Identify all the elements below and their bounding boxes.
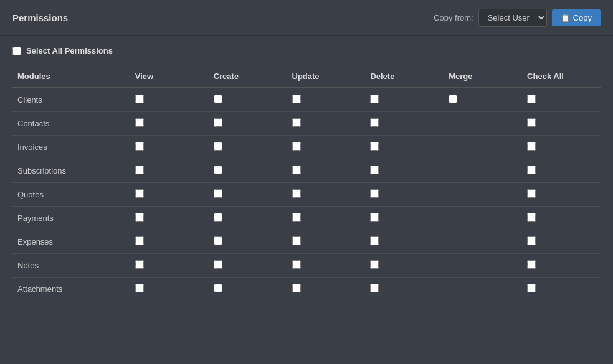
checkbox-view[interactable] — [135, 236, 144, 245]
copy-from-label: Copy from: — [434, 13, 473, 22]
checkbox-update[interactable] — [292, 142, 301, 151]
cell-merge — [444, 88, 522, 112]
checkbox-update[interactable] — [292, 260, 301, 269]
checkbox-view[interactable] — [135, 284, 144, 292]
cell-checkall — [522, 136, 601, 159]
col-header-modules: Modules — [12, 65, 130, 88]
checkbox-create[interactable] — [214, 213, 222, 222]
checkbox-update[interactable] — [292, 213, 301, 222]
checkbox-delete[interactable] — [370, 118, 379, 127]
select-all-checkbox[interactable] — [12, 47, 21, 55]
content-area: Select All Permissions Modules View Crea… — [0, 36, 613, 310]
cell-checkall — [522, 112, 601, 136]
cell-checkall — [522, 278, 601, 301]
checkbox-update[interactable] — [292, 118, 301, 127]
checkbox-update[interactable] — [292, 236, 301, 245]
cell-delete — [365, 159, 444, 183]
checkbox-view[interactable] — [135, 189, 144, 198]
col-header-view: View — [130, 65, 209, 88]
checkbox-view[interactable] — [135, 260, 144, 269]
checkbox-delete[interactable] — [370, 213, 379, 222]
cell-create — [209, 88, 287, 112]
checkbox-view[interactable] — [135, 142, 144, 151]
checkbox-delete[interactable] — [370, 142, 379, 151]
table-row: Payments — [12, 207, 601, 230]
checkbox-checkall[interactable] — [527, 189, 536, 198]
checkbox-create[interactable] — [214, 236, 222, 245]
copy-icon: 📋 — [561, 14, 570, 22]
cell-create — [209, 159, 287, 183]
cell-merge — [444, 207, 522, 230]
checkbox-view[interactable] — [135, 213, 144, 222]
table-row: Notes — [12, 254, 601, 278]
checkbox-delete[interactable] — [370, 189, 379, 198]
checkbox-update[interactable] — [292, 284, 301, 292]
cell-view — [130, 136, 209, 159]
cell-create — [209, 207, 287, 230]
checkbox-create[interactable] — [214, 118, 222, 127]
col-header-delete: Delete — [365, 65, 444, 88]
checkbox-checkall[interactable] — [527, 284, 536, 292]
checkbox-create[interactable] — [214, 166, 222, 174]
cell-delete — [365, 112, 444, 136]
checkbox-create[interactable] — [214, 142, 222, 151]
checkbox-merge[interactable] — [449, 95, 457, 103]
cell-checkall — [522, 183, 601, 207]
cell-module: Invoices — [12, 136, 130, 159]
copy-button[interactable]: 📋 Copy — [552, 9, 601, 26]
permissions-table: Modules View Create Update Delete Merge … — [12, 65, 601, 301]
page-title: Permissions — [12, 12, 68, 23]
table-row: Clients — [12, 88, 601, 112]
checkbox-update[interactable] — [292, 189, 301, 198]
checkbox-checkall[interactable] — [527, 118, 536, 127]
table-row: Expenses — [12, 230, 601, 254]
col-header-update: Update — [287, 65, 366, 88]
cell-view — [130, 88, 209, 112]
cell-create — [209, 278, 287, 301]
checkbox-create[interactable] — [214, 189, 222, 198]
checkbox-delete[interactable] — [370, 166, 379, 174]
cell-merge — [444, 159, 522, 183]
checkbox-checkall[interactable] — [527, 260, 536, 269]
col-header-merge: Merge — [444, 65, 522, 88]
checkbox-checkall[interactable] — [527, 236, 536, 245]
table-row: Subscriptions — [12, 159, 601, 183]
copy-button-label: Copy — [573, 13, 592, 22]
cell-module: Notes — [12, 254, 130, 278]
cell-delete — [365, 254, 444, 278]
cell-module: Attachments — [12, 278, 130, 301]
cell-merge — [444, 136, 522, 159]
cell-module: Expenses — [12, 230, 130, 254]
checkbox-update[interactable] — [292, 166, 301, 174]
checkbox-checkall[interactable] — [527, 142, 536, 151]
checkbox-view[interactable] — [135, 95, 144, 103]
cell-checkall — [522, 159, 601, 183]
checkbox-delete[interactable] — [370, 95, 379, 103]
cell-update — [287, 207, 366, 230]
checkbox-checkall[interactable] — [527, 95, 536, 103]
table-header-row: Modules View Create Update Delete Merge … — [12, 65, 601, 88]
checkbox-create[interactable] — [214, 260, 222, 269]
checkbox-create[interactable] — [214, 95, 222, 103]
cell-checkall — [522, 88, 601, 112]
checkbox-update[interactable] — [292, 95, 301, 103]
checkbox-checkall[interactable] — [527, 166, 536, 174]
cell-delete — [365, 88, 444, 112]
checkbox-delete[interactable] — [370, 236, 379, 245]
cell-view — [130, 159, 209, 183]
checkbox-delete[interactable] — [370, 260, 379, 269]
checkbox-checkall[interactable] — [527, 213, 536, 222]
checkbox-view[interactable] — [135, 118, 144, 127]
cell-module: Contacts — [12, 112, 130, 136]
select-user-dropdown[interactable]: Select User — [478, 9, 547, 27]
checkbox-delete[interactable] — [370, 284, 379, 292]
select-all-row: Select All Permissions — [12, 46, 601, 55]
checkbox-create[interactable] — [214, 284, 222, 292]
cell-view — [130, 230, 209, 254]
cell-view — [130, 183, 209, 207]
cell-create — [209, 254, 287, 278]
cell-merge — [444, 112, 522, 136]
cell-delete — [365, 207, 444, 230]
checkbox-view[interactable] — [135, 166, 144, 174]
cell-update — [287, 183, 366, 207]
